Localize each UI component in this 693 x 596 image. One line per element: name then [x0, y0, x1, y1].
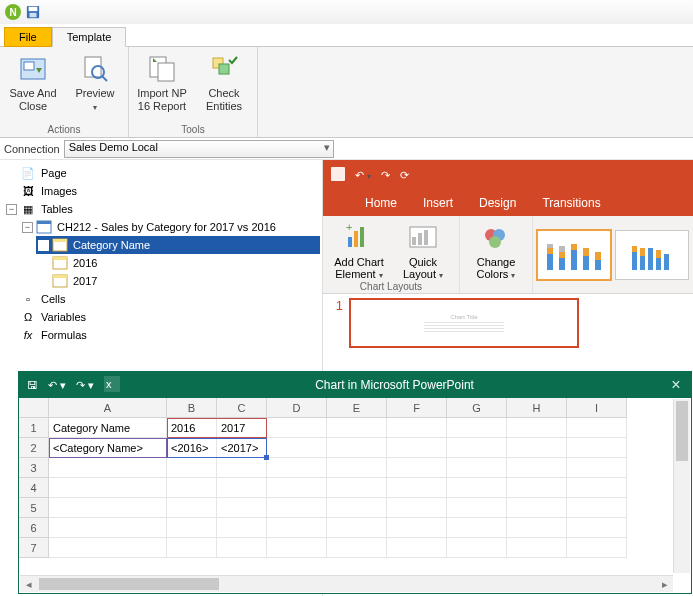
svg-rect-36 — [559, 252, 565, 258]
spreadsheet-grid[interactable]: A B C D E F G H I 1 Category Name 2016 2… — [19, 398, 691, 558]
import-np16-button[interactable]: Import NP 16 Report — [135, 50, 189, 123]
connection-select[interactable]: Sales Demo Local — [64, 140, 334, 158]
col-header[interactable]: A — [49, 398, 167, 418]
column-icon — [52, 255, 68, 271]
svg-rect-20 — [331, 167, 345, 181]
col-header[interactable]: C — [217, 398, 267, 418]
add-chart-element-button[interactable]: + Add Chart Element ▾ — [331, 219, 387, 281]
pp-tab-transitions[interactable]: Transitions — [540, 192, 602, 216]
vertical-scrollbar[interactable] — [673, 399, 690, 573]
svg-rect-42 — [595, 260, 601, 270]
tree-node-column-selected[interactable]: Category Name — [36, 236, 320, 254]
pp-redo-icon[interactable]: ↷ — [381, 169, 390, 182]
chart-data-title: Chart in Microsoft PowerPoint — [128, 378, 661, 392]
col-header[interactable]: E — [327, 398, 387, 418]
change-colors-button[interactable]: Change Colors ▾ — [468, 219, 524, 281]
col-header[interactable]: I — [567, 398, 627, 418]
pp-tab-insert[interactable]: Insert — [421, 192, 455, 216]
tree-node-variables[interactable]: ΩVariables — [4, 308, 320, 326]
close-icon[interactable]: × — [661, 376, 691, 394]
col-header[interactable]: B — [167, 398, 217, 418]
tree-node-column[interactable]: 2016 — [36, 254, 320, 272]
svg-rect-50 — [656, 250, 661, 258]
preview-button[interactable]: Preview▾ — [68, 50, 122, 123]
xl-undo-icon[interactable]: ↶ ▾ — [48, 379, 66, 392]
svg-rect-17 — [53, 257, 67, 260]
xl-excel-icon[interactable]: x — [104, 376, 120, 394]
xl-save-icon[interactable]: 🖫 — [27, 379, 38, 391]
tree-node-page[interactable]: 📄Page — [4, 164, 320, 182]
row-header[interactable]: 3 — [19, 458, 49, 478]
quick-layout-button[interactable]: Quick Layout ▾ — [395, 219, 451, 281]
pp-tab-home[interactable]: Home — [363, 192, 399, 216]
preview-icon — [79, 53, 111, 85]
save-close-icon — [17, 53, 49, 85]
slide-number: 1 — [323, 294, 349, 354]
powerpoint-qat: ↶ ▾ ↷ ⟳ — [323, 160, 693, 190]
page-icon: 📄 — [20, 165, 36, 181]
pp-startover-icon[interactable]: ⟳ — [400, 169, 409, 182]
expand-icon[interactable]: − — [6, 204, 17, 215]
svg-rect-35 — [559, 258, 565, 270]
chart-style-gallery — [533, 216, 693, 293]
tree-node-cells[interactable]: ▫Cells — [4, 290, 320, 308]
row-header[interactable]: 1 — [19, 418, 49, 438]
change-colors-icon — [480, 222, 512, 254]
svg-rect-46 — [640, 256, 645, 270]
add-chart-icon: + — [343, 222, 375, 254]
col-header[interactable]: F — [387, 398, 447, 418]
connection-label: Connection — [4, 143, 60, 155]
values-range-outline — [167, 438, 267, 458]
tree-node-formulas[interactable]: fxFormulas — [4, 326, 320, 344]
save-icon[interactable] — [24, 3, 42, 21]
row-header[interactable]: 7 — [19, 538, 49, 558]
row-header[interactable]: 5 — [19, 498, 49, 518]
connection-row: Connection Sales Demo Local — [0, 138, 693, 160]
cell[interactable]: Category Name — [49, 418, 167, 438]
svg-rect-28 — [424, 230, 428, 245]
ribbon-group-label: Actions — [48, 123, 81, 136]
col-header[interactable]: G — [447, 398, 507, 418]
tab-file[interactable]: File — [4, 27, 52, 47]
svg-rect-11 — [219, 64, 229, 74]
pp-undo-icon[interactable]: ↶ ▾ — [355, 169, 371, 182]
svg-rect-33 — [547, 248, 553, 254]
svg-rect-2 — [30, 13, 37, 17]
tree-node-table[interactable]: −CH212 - Sales by Category for 2017 vs 2… — [20, 218, 320, 236]
pp-save-icon[interactable] — [331, 167, 345, 183]
import-icon — [146, 53, 178, 85]
variables-icon: Ω — [20, 309, 36, 325]
chart-style-1[interactable] — [537, 230, 611, 280]
save-and-close-button[interactable]: Save And Close — [6, 50, 60, 123]
check-entities-button[interactable]: Check Entities — [197, 50, 251, 123]
scroll-left-icon[interactable]: ◂ — [20, 576, 37, 592]
pp-tab-design[interactable]: Design — [477, 192, 518, 216]
tree-node-column[interactable]: 2017 — [36, 272, 320, 290]
horizontal-scrollbar[interactable]: ◂ ▸ — [20, 575, 673, 592]
tree-node-tables[interactable]: −▦Tables — [4, 200, 320, 218]
ribbon-group-label: Tools — [181, 123, 204, 136]
chart-style-2[interactable] — [615, 230, 689, 280]
svg-rect-1 — [29, 7, 38, 11]
scroll-right-icon[interactable]: ▸ — [656, 576, 673, 592]
col-header[interactable]: D — [267, 398, 327, 418]
row-header[interactable]: 2 — [19, 438, 49, 458]
col-header[interactable]: H — [507, 398, 567, 418]
images-icon: 🖼 — [20, 183, 36, 199]
row-header[interactable]: 4 — [19, 478, 49, 498]
svg-rect-19 — [53, 275, 67, 278]
select-all-corner[interactable] — [19, 398, 49, 418]
column-icon — [52, 273, 68, 289]
tab-template[interactable]: Template — [52, 27, 127, 47]
range-handle[interactable] — [264, 455, 269, 460]
expand-icon[interactable]: − — [22, 222, 33, 233]
slide-thumbnail[interactable]: Chart Title — [349, 298, 579, 348]
svg-rect-45 — [632, 246, 637, 252]
ribbon-group-tools: Import NP 16 Report Check Entities Tools — [129, 47, 258, 137]
chart-data-titlebar: 🖫 ↶ ▾ ↷ ▾ x Chart in Microsoft PowerPoin… — [19, 372, 691, 398]
row-header[interactable]: 6 — [19, 518, 49, 538]
xl-redo-icon[interactable]: ↷ ▾ — [76, 379, 94, 392]
svg-rect-15 — [53, 239, 67, 242]
tree-node-images[interactable]: 🖼Images — [4, 182, 320, 200]
svg-rect-27 — [418, 233, 422, 245]
